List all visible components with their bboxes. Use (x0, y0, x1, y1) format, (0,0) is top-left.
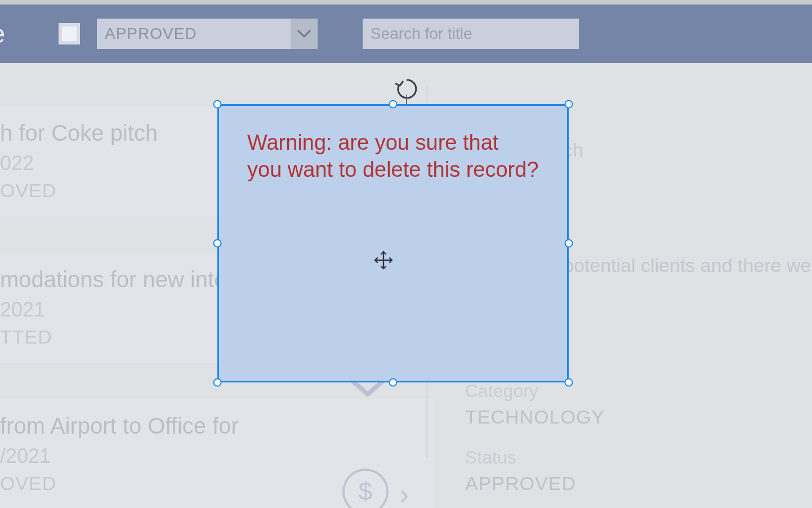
card-date: /2021 (0, 444, 420, 468)
resize-handle-top-middle[interactable] (389, 100, 398, 109)
resize-handle-top-right[interactable] (565, 100, 573, 109)
rotate-handle-connector (406, 95, 407, 105)
resize-handle-bottom-right[interactable] (565, 378, 573, 387)
chevron-down-icon (291, 19, 318, 49)
page-title-fragment: se (0, 19, 11, 49)
resize-handle-bottom-left[interactable] (213, 378, 222, 387)
window-top-border (0, 0, 812, 5)
warning-dialog-text: Warning: are you sure that you want to d… (219, 106, 567, 183)
dropdown-selected-value: APPROVED (97, 25, 291, 43)
resize-handle-middle-left[interactable] (213, 239, 222, 248)
checkbox-inner (62, 26, 77, 41)
status-label: Status (465, 447, 605, 468)
filter-checkbox[interactable] (59, 23, 80, 44)
warning-dialog[interactable]: Warning: are you sure that you want to d… (217, 104, 569, 382)
search-input[interactable] (363, 19, 579, 49)
record-details-panel: Category TECHNOLOGY Status APPROVED (465, 377, 605, 494)
dollar-icon: $ (359, 478, 372, 506)
category-label: Category (465, 381, 605, 402)
resize-handle-bottom-middle[interactable] (389, 378, 398, 387)
detail-text-fragment: potential clients and there were 6 of u (563, 255, 812, 277)
move-cursor-icon (373, 250, 394, 273)
app-header: se APPROVED (0, 5, 812, 63)
resize-handle-top-left[interactable] (213, 100, 222, 109)
category-value: TECHNOLOGY (465, 406, 605, 428)
card-title: from Airport to Office for (0, 413, 420, 439)
resize-handle-middle-right[interactable] (565, 239, 573, 248)
next-arrow-icon[interactable]: › (400, 479, 409, 508)
status-value: APPROVED (465, 473, 605, 494)
status-filter-dropdown[interactable]: APPROVED (97, 19, 318, 49)
